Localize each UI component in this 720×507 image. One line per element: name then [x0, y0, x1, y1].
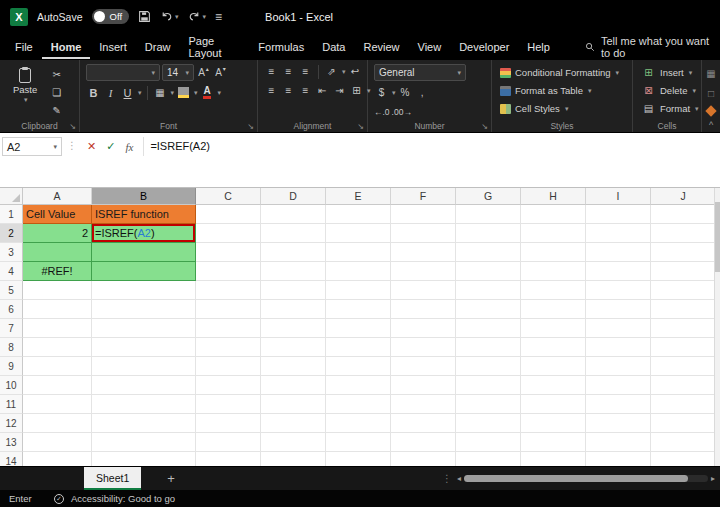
comma-style-icon[interactable]: ,: [415, 85, 430, 100]
cell-C6[interactable]: [196, 300, 261, 319]
increase-decimal-icon[interactable]: ←.0: [374, 104, 390, 119]
cell-J6[interactable]: [651, 300, 714, 319]
fill-color-icon[interactable]: [176, 85, 191, 100]
bold-button[interactable]: B: [86, 85, 101, 100]
row-header-10[interactable]: 10: [0, 376, 23, 395]
cell-A3[interactable]: [23, 243, 92, 262]
cell-E14[interactable]: [326, 452, 391, 466]
cell-I8[interactable]: [586, 338, 651, 357]
cell-E13[interactable]: [326, 433, 391, 452]
cell-E1[interactable]: [326, 205, 391, 224]
insert-function-icon[interactable]: fx: [120, 137, 138, 156]
cell-A11[interactable]: [23, 395, 92, 414]
cell-H9[interactable]: [521, 357, 586, 376]
select-all-button[interactable]: [0, 188, 23, 205]
excel-logo-icon[interactable]: X: [10, 8, 28, 26]
tab-view[interactable]: View: [409, 34, 451, 59]
cell-H8[interactable]: [521, 338, 586, 357]
cell-B14[interactable]: [92, 452, 196, 466]
cell-F14[interactable]: [391, 452, 456, 466]
cell-B6[interactable]: [92, 300, 196, 319]
cell-A8[interactable]: [23, 338, 92, 357]
scroll-right-icon[interactable]: ▸: [711, 474, 715, 483]
cell-G11[interactable]: [456, 395, 521, 414]
cell-B11[interactable]: [92, 395, 196, 414]
font-name-select[interactable]: ▾: [86, 64, 160, 81]
cell-G4[interactable]: [456, 262, 521, 281]
cell-G3[interactable]: [456, 243, 521, 262]
format-painter-icon[interactable]: ✎: [49, 103, 64, 118]
cell-C4[interactable]: [196, 262, 261, 281]
cell-J5[interactable]: [651, 281, 714, 300]
cell-H13[interactable]: [521, 433, 586, 452]
cell-D9[interactable]: [261, 357, 326, 376]
cell-E4[interactable]: [326, 262, 391, 281]
tab-help[interactable]: Help: [518, 34, 559, 59]
cell-styles-button[interactable]: Cell Styles ▾: [498, 100, 628, 117]
cell-F1[interactable]: [391, 205, 456, 224]
wrap-text-icon[interactable]: ↩: [348, 64, 363, 79]
cell-G14[interactable]: [456, 452, 521, 466]
align-right-icon[interactable]: ≡: [298, 83, 313, 98]
cell-A14[interactable]: [23, 452, 92, 466]
cell-J7[interactable]: [651, 319, 714, 338]
cell-C12[interactable]: [196, 414, 261, 433]
cell-J8[interactable]: [651, 338, 714, 357]
row-header-13[interactable]: 13: [0, 433, 23, 452]
cell-A1[interactable]: Cell Value: [23, 205, 92, 224]
cell-G7[interactable]: [456, 319, 521, 338]
cut-icon[interactable]: ✂: [49, 67, 64, 82]
cell-B5[interactable]: [92, 281, 196, 300]
delete-cells-button[interactable]: ⊠ Delete ▾: [639, 82, 697, 99]
cell-H14[interactable]: [521, 452, 586, 466]
column-header-I[interactable]: I: [586, 188, 651, 205]
cell-G13[interactable]: [456, 433, 521, 452]
column-header-H[interactable]: H: [521, 188, 586, 205]
cell-H7[interactable]: [521, 319, 586, 338]
row-header-11[interactable]: 11: [0, 395, 23, 414]
horizontal-scroll-thumb[interactable]: [464, 475, 688, 482]
align-top-icon[interactable]: ≡: [264, 64, 279, 79]
tab-developer[interactable]: Developer: [450, 34, 518, 59]
cell-I5[interactable]: [586, 281, 651, 300]
row-header-7[interactable]: 7: [0, 319, 23, 338]
tab-review[interactable]: Review: [354, 34, 408, 59]
accessibility-status[interactable]: Accessibility: Good to go: [71, 493, 175, 504]
cell-A13[interactable]: [23, 433, 92, 452]
cell-C11[interactable]: [196, 395, 261, 414]
row-header-8[interactable]: 8: [0, 338, 23, 357]
cell-F6[interactable]: [391, 300, 456, 319]
tab-home[interactable]: Home: [42, 34, 91, 59]
cell-A2[interactable]: 2: [23, 224, 92, 243]
cell-D6[interactable]: [261, 300, 326, 319]
cell-B7[interactable]: [92, 319, 196, 338]
column-header-F[interactable]: F: [391, 188, 456, 205]
row-header-2[interactable]: 2: [0, 224, 23, 243]
name-box-splitter[interactable]: ⋮: [62, 137, 82, 151]
cell-C7[interactable]: [196, 319, 261, 338]
vertical-scroll-thumb[interactable]: [715, 202, 720, 272]
cell-D5[interactable]: [261, 281, 326, 300]
cell-H5[interactable]: [521, 281, 586, 300]
cell-C13[interactable]: [196, 433, 261, 452]
increase-font-size-icon[interactable]: A▴: [196, 65, 211, 80]
cell-G1[interactable]: [456, 205, 521, 224]
cell-I12[interactable]: [586, 414, 651, 433]
align-center-icon[interactable]: ≡: [281, 83, 296, 98]
vertical-scrollbar[interactable]: [714, 188, 720, 466]
row-header-6[interactable]: 6: [0, 300, 23, 319]
cell-C14[interactable]: [196, 452, 261, 466]
cell-B1[interactable]: ISREF function: [92, 205, 196, 224]
cell-J10[interactable]: [651, 376, 714, 395]
cell-F2[interactable]: [391, 224, 456, 243]
cell-E12[interactable]: [326, 414, 391, 433]
cell-I1[interactable]: [586, 205, 651, 224]
cell-C5[interactable]: [196, 281, 261, 300]
cell-B3[interactable]: [92, 243, 196, 262]
cell-J1[interactable]: [651, 205, 714, 224]
column-header-A[interactable]: A: [23, 188, 92, 205]
sheet-tab-sheet1[interactable]: Sheet1: [84, 467, 141, 490]
cell-J13[interactable]: [651, 433, 714, 452]
cell-I4[interactable]: [586, 262, 651, 281]
cell-D2[interactable]: [261, 224, 326, 243]
